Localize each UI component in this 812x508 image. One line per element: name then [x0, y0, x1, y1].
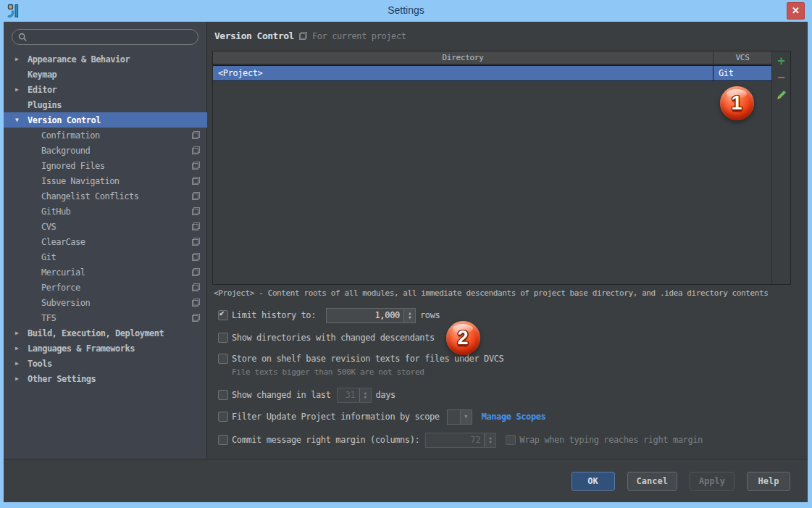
- project-settings-icon: [192, 283, 200, 291]
- sidebar-item-appearance-behavior[interactable]: ▶Appearance & Behavior: [4, 51, 207, 67]
- page-title: Version Control: [214, 30, 294, 41]
- sidebar-item-subversion[interactable]: Subversion: [4, 295, 207, 310]
- remove-button[interactable]: −: [774, 71, 789, 86]
- manage-scopes-link[interactable]: Manage Scopes: [482, 412, 546, 422]
- scope-note: For current project: [312, 31, 406, 41]
- settings-sidebar: ▶Appearance & BehaviorKeymap▶EditorPlugi…: [4, 22, 207, 459]
- filter-scope-label[interactable]: Filter Update Project information by sco…: [232, 412, 440, 422]
- directory-cell[interactable]: <Project>: [213, 66, 713, 80]
- sidebar-item-confirmation[interactable]: Confirmation: [4, 128, 207, 143]
- sidebar-item-issue-navigation[interactable]: Issue Navigation: [4, 173, 207, 188]
- add-button[interactable]: +: [774, 54, 789, 68]
- wrap-typing-label[interactable]: Wrap when typing reaches right margin: [519, 435, 703, 445]
- sidebar-item-mercurial[interactable]: Mercurial: [4, 265, 207, 280]
- ok-button[interactable]: OK: [572, 472, 615, 491]
- sidebar-item-label: Perforce: [41, 283, 80, 293]
- annotation-2-number: 2: [457, 327, 468, 349]
- commit-margin-checkbox[interactable]: [218, 435, 228, 445]
- sidebar-item-label: Issue Navigation: [41, 176, 120, 186]
- sidebar-item-cvs[interactable]: CVS: [4, 219, 207, 234]
- commit-margin-row: Commit message right margin (columns): 7…: [218, 432, 703, 448]
- search-icon: [18, 33, 28, 42]
- chevron-down-icon[interactable]: ▼: [460, 410, 472, 424]
- close-button[interactable]: ✕: [787, 2, 805, 20]
- sidebar-item-label: CVS: [41, 222, 56, 232]
- cancel-button[interactable]: Cancel: [627, 472, 677, 491]
- limit-history-value[interactable]: 1,000: [327, 309, 403, 322]
- spin-down-icon: ▼: [364, 395, 366, 399]
- sidebar-item-plugins[interactable]: Plugins: [4, 97, 207, 112]
- show-changed-label[interactable]: Show changed in last: [232, 390, 331, 400]
- annotation-1: 1: [720, 86, 754, 120]
- title-bar[interactable]: Settings ✕: [0, 0, 812, 22]
- wrap-typing-checkbox[interactable]: [506, 435, 516, 445]
- sidebar-item-label: TFS: [41, 313, 56, 323]
- version-control-page: Version Control For current project Dire…: [208, 22, 808, 459]
- page-header: Version Control For current project: [214, 30, 406, 41]
- vcs-cell[interactable]: Git: [713, 66, 771, 80]
- sidebar-item-build-execution-deployment[interactable]: ▶Build, Execution, Deployment: [4, 325, 207, 341]
- sidebar-item-editor[interactable]: ▶Editor: [4, 82, 207, 97]
- store-shelf-hint: File texts bigger than 500K are not stor…: [232, 367, 424, 377]
- limit-history-spinner[interactable]: 1,000 ▲ ▼: [326, 308, 416, 323]
- sidebar-item-git[interactable]: Git: [4, 249, 207, 265]
- settings-search-box[interactable]: [12, 29, 198, 45]
- close-icon: ✕: [792, 5, 800, 16]
- sidebar-item-label: Plugins: [28, 100, 62, 110]
- chevron-right-icon[interactable]: ▶: [15, 56, 28, 62]
- sidebar-item-label: Ignored Files: [41, 161, 104, 171]
- sidebar-item-github[interactable]: GitHub: [4, 204, 207, 219]
- chevron-down-icon[interactable]: ▼: [15, 117, 28, 123]
- sidebar-item-label: Mercurial: [41, 267, 85, 278]
- show-changed-value: 31: [338, 388, 359, 402]
- project-settings-icon: [192, 253, 200, 261]
- store-shelf-checkbox[interactable]: [218, 354, 228, 364]
- sidebar-item-label: Git: [41, 252, 56, 262]
- sidebar-item-ignored-files[interactable]: Ignored Files: [4, 158, 207, 173]
- sidebar-item-clearcase[interactable]: ClearCase: [4, 234, 207, 249]
- table-row[interactable]: <Project> Git: [213, 65, 771, 81]
- show-changed-checkbox[interactable]: [218, 390, 228, 400]
- chevron-right-icon[interactable]: ▶: [15, 360, 28, 367]
- sidebar-item-other-settings[interactable]: ▶Other Settings: [4, 371, 207, 386]
- annotation-1-number: 1: [731, 92, 742, 114]
- help-button[interactable]: Help: [747, 472, 790, 491]
- project-settings-icon: [192, 299, 200, 307]
- show-directories-checkbox[interactable]: [218, 333, 228, 343]
- sidebar-item-tfs[interactable]: TFS: [4, 310, 207, 325]
- edit-button[interactable]: [774, 90, 789, 104]
- show-directories-label[interactable]: Show directories with changed descendant…: [232, 333, 435, 343]
- sidebar-item-languages-frameworks[interactable]: ▶Languages & Frameworks: [4, 341, 207, 356]
- chevron-right-icon[interactable]: ▶: [15, 345, 28, 351]
- sidebar-item-background[interactable]: Background: [4, 143, 207, 158]
- limit-history-suffix: rows: [420, 310, 440, 320]
- column-header-vcs[interactable]: VCS: [713, 51, 771, 64]
- project-mapping-description: <Project> - Content roots of all modules…: [214, 288, 802, 298]
- window-title: Settings: [0, 0, 812, 22]
- commit-margin-label[interactable]: Commit message right margin (columns):: [232, 435, 419, 445]
- settings-search-input[interactable]: [31, 32, 198, 42]
- sidebar-item-keymap[interactable]: Keymap: [4, 67, 207, 82]
- chevron-right-icon[interactable]: ▶: [15, 375, 28, 382]
- sidebar-item-perforce[interactable]: Perforce: [4, 280, 207, 295]
- column-header-directory[interactable]: Directory: [213, 51, 713, 64]
- filter-scope-checkbox[interactable]: [218, 412, 228, 422]
- sidebar-item-label: Other Settings: [28, 374, 96, 384]
- sidebar-item-tools[interactable]: ▶Tools: [4, 356, 207, 371]
- chevron-right-icon[interactable]: ▶: [15, 86, 28, 93]
- sidebar-item-label: Background: [41, 146, 90, 156]
- spin-down-icon[interactable]: ▼: [409, 315, 411, 320]
- sidebar-item-changelist-conflicts[interactable]: Changelist Conflicts: [4, 188, 207, 204]
- store-shelf-label[interactable]: Store on shelf base revision texts for f…: [232, 354, 503, 364]
- sidebar-item-version-control[interactable]: ▼Version Control: [4, 112, 207, 128]
- sidebar-item-label: Build, Execution, Deployment: [28, 328, 164, 338]
- apply-button[interactable]: Apply: [690, 472, 734, 491]
- project-settings-icon: [192, 238, 200, 246]
- chevron-right-icon[interactable]: ▶: [15, 330, 28, 336]
- sidebar-item-label: Tools: [28, 359, 52, 369]
- project-settings-icon: [192, 146, 200, 154]
- limit-history-checkbox[interactable]: [218, 310, 228, 320]
- limit-history-label[interactable]: Limit history to:: [232, 310, 316, 320]
- scope-combo-value: [448, 410, 460, 424]
- scope-combo-box[interactable]: ▼: [447, 409, 472, 425]
